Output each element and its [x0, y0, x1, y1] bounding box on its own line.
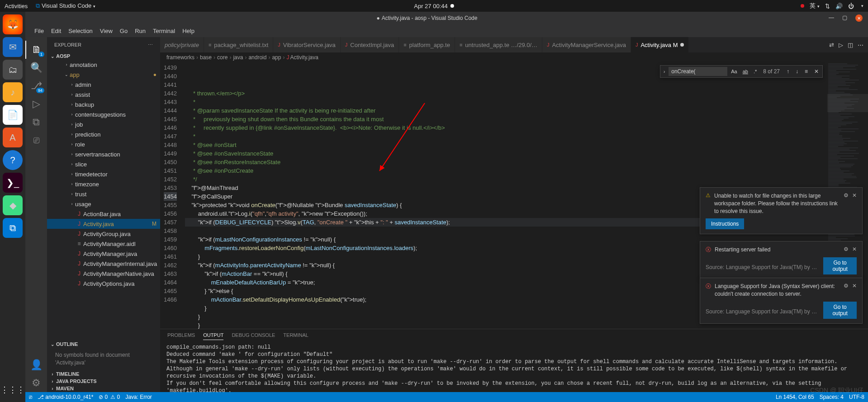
system-menu-chevron[interactable]: ▾	[861, 4, 863, 8]
tree-activity-java[interactable]: JActivity.javaM	[47, 219, 160, 229]
find-input[interactable]	[669, 67, 727, 76]
dock-thunderbird[interactable]: ✉	[3, 37, 23, 57]
java-projects-section[interactable]: ›JAVA PROJECTS	[47, 378, 160, 385]
tab-untrusted-app-te---29-0--[interactable]: ≡untrusted_app.te …/29.0/…	[455, 37, 542, 52]
activity-scm[interactable]: ⎇94	[25, 77, 47, 95]
menu-help[interactable]: Help	[179, 26, 198, 36]
find-next-icon[interactable]: ↓	[793, 67, 801, 76]
more-actions-icon[interactable]: ⋯	[858, 42, 863, 48]
panel-tab-debug-console[interactable]: DEBUG CONSOLE	[232, 332, 275, 340]
notification-gear-icon[interactable]: ⚙	[844, 246, 849, 252]
git-branch[interactable]: ⎇ android-10.0.0_r41*	[38, 394, 93, 400]
tree-annotation[interactable]: ›annotation	[47, 60, 160, 70]
dock-rhythmbox[interactable]: ♪	[3, 82, 23, 102]
notification-gear-icon[interactable]: ⚙	[844, 283, 849, 289]
find-close-icon[interactable]: ✕	[812, 67, 821, 76]
dock-android-studio[interactable]: ◆	[3, 195, 23, 215]
compare-changes-icon[interactable]: ⇄	[829, 42, 834, 48]
output-content[interactable]: compile_commands.json path: null Deduced…	[160, 343, 868, 392]
tree-assist[interactable]: ›assist	[47, 90, 160, 99]
notification-close-icon[interactable]: ✕	[852, 283, 857, 289]
activity-settings[interactable]: ⚙	[25, 374, 47, 392]
remote-indicator[interactable]: ⎚	[29, 394, 32, 400]
encoding-status[interactable]: UTF-8	[849, 394, 864, 400]
tree-timezone[interactable]: ›timezone	[47, 179, 160, 189]
tree-activitymanagernative-java[interactable]: JActivityManagerNative.java	[47, 269, 160, 279]
activity-explorer[interactable]: 🗎1	[25, 41, 47, 59]
tab-vibratorservice-java[interactable]: JVibratorService.java	[273, 37, 341, 52]
dock-libreoffice[interactable]: 📄	[3, 105, 23, 125]
menu-go[interactable]: Go	[116, 26, 131, 36]
tree-job[interactable]: ›job	[47, 119, 160, 129]
tree-contentsuggestions[interactable]: ›contentsuggestions	[47, 109, 160, 119]
menu-terminal[interactable]: Terminal	[149, 26, 179, 36]
breadcrumb-android[interactable]: android	[248, 54, 266, 61]
breadcrumb-base[interactable]: base	[200, 54, 212, 61]
clock[interactable]: Apr 27 00:44	[414, 3, 447, 9]
input-method[interactable]: 英▾	[810, 2, 820, 10]
tab-activitymanagerservice-java[interactable]: JActivityManagerService.java	[542, 37, 631, 52]
panel-tab-problems[interactable]: PROBLEMS	[167, 332, 195, 340]
find-word-icon[interactable]: ab	[741, 68, 750, 75]
cursor-position[interactable]: Ln 1454, Col 65	[776, 394, 814, 400]
tree-app[interactable]: ⌄app●	[47, 70, 160, 80]
menu-run[interactable]: Run	[131, 26, 149, 36]
split-editor-icon[interactable]: ◫	[848, 42, 853, 48]
menu-edit[interactable]: Edit	[47, 26, 65, 36]
tab-activity-java--m[interactable]: JActivity.java M	[631, 37, 689, 52]
indent-status[interactable]: Spaces: 4	[820, 394, 844, 400]
problems-status[interactable]: ⊘ 0 ⚠ 0	[99, 394, 120, 400]
minimize-button[interactable]: —	[829, 14, 834, 22]
tree-timedetector[interactable]: ›timedetector	[47, 169, 160, 179]
dock-software[interactable]: A	[3, 128, 23, 147]
maven-section[interactable]: ›MAVEN	[47, 385, 160, 392]
tree-actionbar-java[interactable]: JActionBar.java	[47, 209, 160, 219]
outline-section[interactable]: ⌄OUTLINE	[47, 341, 160, 348]
timeline-section[interactable]: ›TIMELINE	[47, 370, 160, 378]
explorer-more-icon[interactable]: ⋯	[148, 42, 153, 48]
breadcrumb-app[interactable]: app	[272, 54, 281, 61]
dock-terminal[interactable]: ❯_	[3, 173, 23, 193]
dock-vscode[interactable]: ⧉	[3, 218, 23, 238]
find-case-icon[interactable]: Aa	[729, 68, 739, 75]
tree-admin[interactable]: ›admin	[47, 80, 160, 90]
tab-contextimpl-java[interactable]: JContextImpl.java	[341, 37, 399, 52]
menu-view[interactable]: View	[96, 26, 116, 36]
breadcrumb-java[interactable]: java	[233, 54, 243, 61]
tree-trust[interactable]: ›trust	[47, 189, 160, 199]
panel-tab-output[interactable]: OUTPUT	[203, 332, 223, 340]
menu-selection[interactable]: Selection	[65, 26, 96, 36]
tree-usage[interactable]: ›usage	[47, 199, 160, 209]
breadcrumb-frameworks[interactable]: frameworks	[166, 54, 194, 61]
dock-firefox[interactable]: 🦊	[3, 14, 23, 34]
activity-debug[interactable]: ▷	[25, 95, 47, 113]
tree-prediction[interactable]: ›prediction	[47, 129, 160, 139]
menu-file[interactable]: File	[31, 26, 47, 36]
notification-close-icon[interactable]: ✕	[852, 192, 857, 199]
tree-activitymanager-java[interactable]: JActivityManager.java	[47, 249, 160, 259]
run-icon[interactable]: ▷	[839, 42, 843, 48]
power-icon[interactable]: ⏻	[848, 3, 854, 9]
recording-indicator[interactable]	[801, 4, 804, 8]
find-toggle-replace[interactable]: ›	[662, 68, 667, 75]
activity-remote[interactable]: ⎚	[25, 131, 47, 149]
notification-close-icon[interactable]: ✕	[852, 246, 857, 252]
close-button[interactable]: ✕	[855, 14, 863, 22]
breadcrumbs[interactable]: frameworks›base›core›java›android›app›JA…	[160, 52, 868, 62]
tree-activitygroup-java[interactable]: JActivityGroup.java	[47, 229, 160, 239]
minimap-viewport[interactable]	[827, 94, 868, 112]
workspace-section[interactable]: ⌄AOSP	[47, 52, 160, 60]
notification-action-button[interactable]: Go to output	[823, 302, 857, 319]
focused-app[interactable]: ⧉ Visual Studio Code▾	[36, 2, 95, 9]
tree-servertransaction[interactable]: ›servertransaction	[47, 149, 160, 159]
find-selection-icon[interactable]: ≡	[802, 67, 810, 76]
maximize-button[interactable]: ▢	[842, 14, 847, 22]
dock-files[interactable]: 🗂	[3, 60, 23, 80]
tab-platform-app-te[interactable]: ≡platform_app.te	[399, 37, 455, 52]
tree-activitymanagerinternal-java[interactable]: JActivityManagerInternal.java	[47, 259, 160, 269]
notification-action-button[interactable]: Go to output	[823, 257, 857, 274]
show-applications[interactable]: ⋮⋮⋮	[0, 385, 25, 395]
activities-button[interactable]: Activities	[5, 3, 28, 9]
activity-search[interactable]: 🔍	[25, 59, 47, 77]
notification-gear-icon[interactable]: ⚙	[844, 192, 849, 199]
